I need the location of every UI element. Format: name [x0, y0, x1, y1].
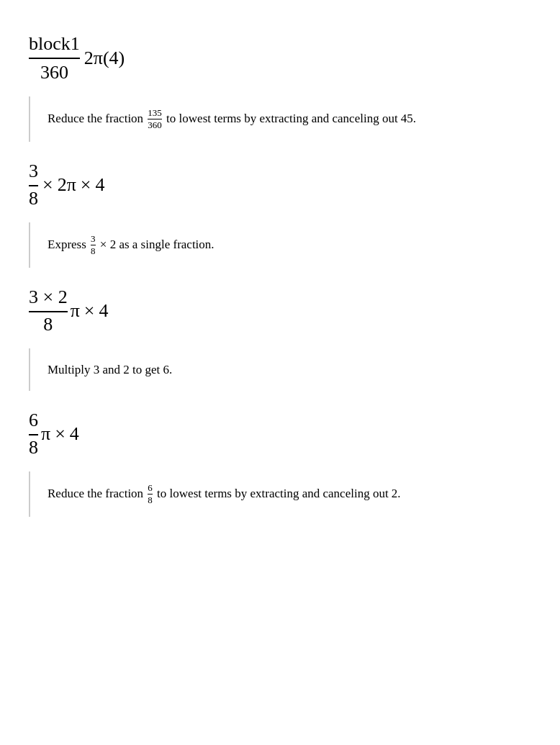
denominator-8: 8	[29, 186, 38, 211]
exp4-text2: to lowest terms by extracting and cancel…	[154, 486, 401, 500]
pi-expression-2: π	[41, 422, 50, 446]
explanation-3: Multiply 3 and 2 to get 6.	[29, 348, 531, 391]
denominator-8b: 8	[43, 312, 53, 337]
num-4b: 4	[99, 299, 108, 323]
math-block-2: 3 8 × 2π × 4	[29, 159, 531, 211]
exp2-text2: × 2 as a single fraction.	[97, 237, 214, 250]
2pi-4-expression: 2π(4)	[84, 46, 125, 71]
fraction-135-360: block1 360	[29, 32, 80, 85]
explanation-4: Reduce the fraction 68 to lowest terms b…	[29, 471, 531, 518]
exp1-text2: to lowest terms by extracting and cancel…	[163, 111, 416, 125]
explanation-2: Express 38 × 2 as a single fraction.	[29, 222, 531, 268]
math-block-1: block1 360 2π(4)	[29, 32, 531, 85]
numerator-3x2: 3 × 2	[29, 285, 68, 312]
2pi-expression: 2π	[58, 173, 76, 197]
exp1-text1: Reduce the fraction	[48, 111, 146, 125]
explanation-1: Reduce the fraction 135360 to lowest ter…	[29, 96, 531, 143]
exp1-inline-frac: 135360	[146, 111, 163, 125]
math-block-3: 3 × 2 8 π × 4	[29, 285, 531, 337]
numerator-6: 6	[29, 408, 38, 435]
denominator-360: 360	[40, 59, 68, 85]
exp2-inline-frac: 38	[89, 237, 97, 250]
times-symbol-4: ×	[55, 422, 66, 446]
fraction-6-8-block: 6 8	[29, 408, 38, 460]
fraction-3x2-8-block: 3 × 2 8	[29, 285, 68, 337]
exp4-text1: Reduce the fraction	[48, 486, 146, 500]
fraction-3-8-block: 3 8	[29, 159, 38, 211]
num-4c: 4	[70, 422, 79, 446]
times-symbol-2: ×	[81, 173, 91, 197]
exp4-inline-frac: 68	[146, 486, 154, 500]
numerator-3: 3	[29, 159, 38, 186]
denominator-8c: 8	[29, 435, 38, 460]
exp3-text: Multiply 3 and 2 to get 6.	[48, 363, 172, 376]
pi-expression: π	[71, 299, 80, 323]
numerator-135: block1	[29, 32, 80, 59]
exp2-text1: Express	[48, 237, 89, 250]
num-4: 4	[95, 173, 104, 197]
times-symbol-3: ×	[84, 299, 95, 323]
math-block-4: 6 8 π × 4	[29, 408, 531, 460]
times-symbol-1: ×	[42, 173, 53, 197]
